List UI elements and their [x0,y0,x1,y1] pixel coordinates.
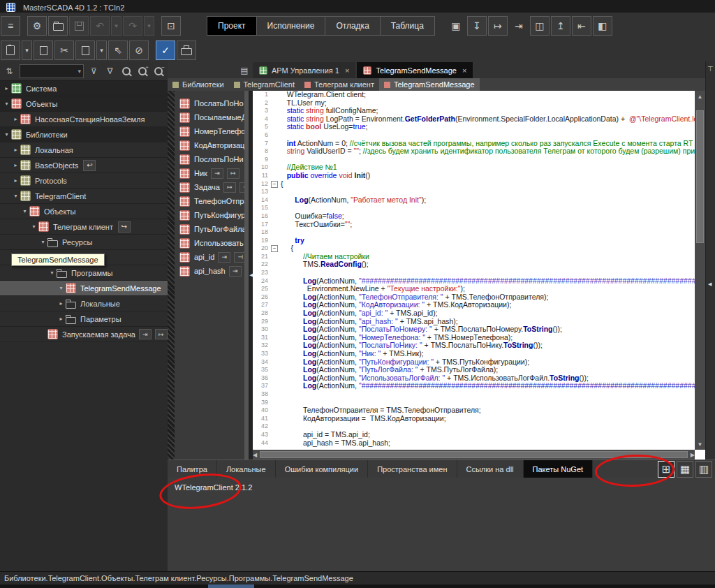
tree-expander-icon[interactable]: ▾ [12,193,20,199]
bottom-tab[interactable]: Пакеты NuGet [524,460,594,478]
tree-expander-icon[interactable]: ▾ [3,101,10,107]
fold-collapse-icon[interactable]: − [271,181,278,188]
param-item[interactable]: НомерТелефо [175,124,244,138]
paste-button[interactable] [1,41,20,60]
main-tab[interactable]: Проект [207,16,257,36]
param-item[interactable]: ПослатьПоНи [175,152,244,166]
tree-expander-icon[interactable]: ▾ [21,208,29,214]
filter-icon[interactable]: ∇ [102,63,118,79]
print-button[interactable] [177,41,196,60]
bottom-tab[interactable]: Палитра [168,460,217,478]
close-tab-icon[interactable]: × [462,66,466,75]
select-button[interactable]: ⇖ [108,41,128,60]
close-tab-icon[interactable]: × [345,66,349,75]
tree-item[interactable]: ▾Библиотеки [0,127,168,142]
tree-item[interactable]: ▾Ресурсы [0,235,168,250]
nuget-package-item[interactable]: WTelegramClient 2.1.2 [168,478,715,492]
param-item[interactable]: Задача↦⊣ [175,180,244,194]
save-button[interactable] [69,16,89,36]
tree-item[interactable]: ▾TelegramClient [0,189,168,204]
param-item[interactable]: ПослатьПоНо [175,96,244,110]
duplicate-button[interactable] [34,41,53,60]
tree-expander-icon[interactable]: ▾ [48,270,56,276]
tree-item[interactable]: ▾Программы [0,265,168,281]
tree-item[interactable]: ▸BaseObjects↩ [0,158,168,173]
copy-dropdown[interactable]: ▾ [96,41,107,60]
editor-horizontal-scrollbar[interactable]: ◀ ▶ [253,450,695,460]
param-item[interactable]: api_id⇥⊣ [175,250,244,264]
dock-bottom-icon[interactable]: ↧ [467,16,487,36]
layout-columns-icon[interactable]: ▥ [695,461,712,478]
redo-badge-icon[interactable]: ↪ [118,221,131,233]
redo-button[interactable]: ↷ [123,16,142,36]
param-item[interactable]: КодАвторизац [175,138,244,152]
main-tab[interactable]: Таблица [380,16,435,36]
open-project-button[interactable] [48,16,68,36]
tree-item[interactable]: ▸Параметры [0,311,168,327]
tree-expander-icon[interactable]: ▸ [12,162,20,168]
tab-list-icon[interactable]: ▤ [237,64,251,78]
zoom-in-icon[interactable]: + [134,63,150,79]
tree-item[interactable]: ▸Protocols [0,173,168,189]
param-item[interactable]: Использовать [175,236,244,250]
param-item[interactable]: ПутьКонфигур [175,208,244,222]
breadcrumb-item[interactable]: Телеграм клиент [300,78,379,91]
search-icon[interactable] [118,63,134,79]
layout-grid-icon[interactable]: ⊞ [658,461,675,478]
bottom-tab[interactable]: Ссылки на dll [457,460,524,478]
editor-vertical-scrollbar[interactable]: ▲ ▼ [695,91,705,450]
main-tab[interactable]: Отладка [325,16,380,36]
tree-expander-icon[interactable]: ▸ [57,300,65,307]
tree-add-icon[interactable]: ◫ [530,16,550,36]
bottom-tab[interactable]: Пространства имен [368,460,457,478]
breadcrumb-item[interactable]: TelegramSendMessage [379,78,480,91]
tree-export-icon[interactable]: ↦ [488,16,508,36]
tree-item[interactable]: ▾Объекты [0,204,168,219]
tree-expander-icon[interactable]: ▾ [3,131,10,138]
settings-icon[interactable]: ≡ [1,16,20,36]
param-item[interactable]: Ник⇥↦ [175,166,244,180]
fit-frame-icon[interactable]: ▣ [446,16,466,36]
tree-expander-icon[interactable]: ▸ [3,85,10,91]
tree-item[interactable]: ▸Локальные [0,296,168,311]
bottom-tab[interactable]: Ошибки компиляции [276,460,369,478]
pin-icon[interactable]: ⊤ [707,65,714,73]
tree-item[interactable]: ▸НасоснаяСтанцияНоваяЗемля [0,112,168,127]
undo-dropdown[interactable]: ▾ [111,16,121,36]
breadcrumb-item[interactable]: Библиотеки [168,78,229,91]
collapse-right-handle[interactable]: ◀ [708,281,712,287]
dock-top-icon[interactable]: ↥ [551,16,570,36]
param-item[interactable]: ТелефонОтпра [175,194,244,208]
code-editor[interactable]: 1 WTelegram.Client client;2 TL.User my;3… [253,91,695,450]
paste-dropdown[interactable]: ▾ [22,41,32,60]
tree-item[interactable]: ▸Система [0,81,168,96]
undo-badge-icon[interactable]: ↩ [83,160,96,171]
delete-button[interactable]: ⊘ [129,41,149,60]
param-item[interactable]: ПосылаемыеД [175,110,244,124]
layout-table-icon[interactable]: ▦ [677,461,693,478]
bottom-tab[interactable]: Локальные [217,460,276,478]
tree-layout-icon[interactable]: ⇅ [1,63,17,79]
project-structure-button[interactable]: ⊡ [161,16,181,36]
tree-expander-icon[interactable]: ▸ [57,316,65,322]
check-project-button[interactable]: ✓ [156,41,175,60]
undo-button[interactable]: ↶ [90,16,110,36]
fold-collapse-icon[interactable]: − [271,245,278,252]
tree-expander-icon[interactable]: ▸ [12,116,20,122]
module-settings-icon[interactable]: ⚙ [27,16,47,36]
tree-item[interactable]: ▾Телеграм клиент↪ [0,219,168,235]
cut-button[interactable]: ✂ [54,41,74,60]
tree-expander-icon[interactable]: ▾ [39,239,47,245]
tree-import-icon[interactable]: ⇥ [509,16,529,36]
tree-item[interactable]: Запускаемая задача⇥↦⊣ [0,327,168,342]
tree-expander-icon[interactable]: ▾ [57,285,65,291]
scroll-up-icon[interactable]: ▲ [698,92,703,101]
breadcrumb-item[interactable]: TelegramClient [229,78,300,91]
tree-item[interactable]: ▾Объекты [0,96,168,112]
horizontal-scroll-thumb[interactable] [260,451,688,458]
tree-search-combo[interactable]: ▾ [20,64,84,78]
filter-apply-icon[interactable]: ⊽ [86,63,102,79]
tree-expander-icon[interactable]: ▾ [30,223,38,230]
main-tab[interactable]: Исполнение [256,16,326,36]
param-item[interactable]: api_hash⇥ [175,264,244,278]
